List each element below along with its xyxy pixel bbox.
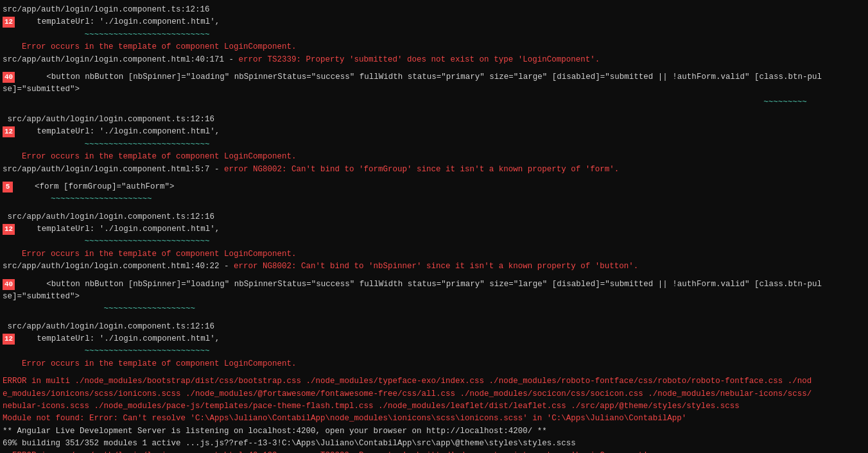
line-badge-1a: 40 bbox=[3, 72, 15, 83]
server-listening: ** Angular Live Development Server is li… bbox=[0, 425, 868, 438]
error-detail-2: src/app/auth/login/login.component.html:… bbox=[0, 164, 868, 176]
file-path-2: src/app/auth/login/login.component.ts:12… bbox=[0, 114, 868, 126]
file-path-3: src/app/auth/login/login.component.ts:12… bbox=[0, 211, 868, 223]
squiggle-4: ~~~~~~~~~~~~~~~~~~~~~~~~~~ bbox=[0, 345, 868, 357]
error-msg-4: Error occurs in the template of componen… bbox=[0, 358, 868, 370]
code-line-2: 12 templateUrl: './login.component.html'… bbox=[0, 126, 868, 138]
error-msg-3: Error occurs in the template of componen… bbox=[0, 248, 868, 261]
code-line-3: 12 templateUrl: './login.component.html'… bbox=[0, 223, 868, 235]
squiggle-2: ~~~~~~~~~~~~~~~~~~~~~~~~~~ bbox=[0, 139, 868, 151]
line-badge-4: 12 bbox=[3, 334, 15, 345]
module-not-found: Module not found: Error: Can't resolve '… bbox=[0, 413, 868, 425]
code-block-1b: se]="submitted"> bbox=[0, 83, 868, 96]
building-status: 69% building 351/352 modules 1 active ..… bbox=[0, 438, 868, 450]
multi-error-1: ERROR in multi ./node_modules/bootstrap/… bbox=[0, 375, 868, 388]
line-badge-3a: 40 bbox=[3, 279, 15, 290]
line-badge-1: 12 bbox=[3, 17, 15, 28]
squiggle-1: ~~~~~~~~~~~~~~~~~~~~~~~~~~ bbox=[0, 29, 868, 41]
code-block-3b: se]="submitted"> bbox=[0, 291, 868, 303]
file-path-4: src/app/auth/login/login.component.ts:12… bbox=[0, 321, 868, 333]
file-path-1: src/app/auth/login/login.component.ts:12… bbox=[0, 4, 868, 16]
error-msg-2: Error occurs in the template of componen… bbox=[0, 151, 868, 163]
terminal: src/app/auth/login/login.component.ts:12… bbox=[0, 0, 868, 453]
code-block-1a: 40 <button nbButton [nbSpinner]="loading… bbox=[0, 71, 868, 83]
line-badge-2a: 5 bbox=[3, 182, 13, 192]
code-line-4: 12 templateUrl: './login.component.html'… bbox=[0, 333, 868, 345]
multi-error-2: e_modules/ionicons/scss/ionicons.scss ./… bbox=[0, 388, 868, 400]
final-error: ERROR in src/app/auth/login/login.compon… bbox=[0, 450, 868, 453]
line-badge-2: 12 bbox=[3, 126, 15, 137]
squiggle-2b: ~~~~~~~~~~~~~~~~~~~~~ bbox=[0, 193, 868, 205]
line-badge-3: 12 bbox=[3, 224, 15, 235]
code-line-1: 12 templateUrl: './login.component.html'… bbox=[0, 16, 868, 28]
error-detail-3: src/app/auth/login/login.component.html:… bbox=[0, 261, 868, 273]
squiggle-3b: ~~~~~~~~~~~~~~~~~~~ bbox=[0, 303, 868, 315]
squiggle-3: ~~~~~~~~~~~~~~~~~~~~~~~~~~ bbox=[0, 235, 868, 248]
error-msg-1: Error occurs in the template of componen… bbox=[0, 41, 868, 53]
code-block-2a: 5 <form [formGroup]="authForm"> bbox=[0, 181, 868, 193]
error-detail-1: src/app/auth/login/login.component.html:… bbox=[0, 54, 868, 66]
code-block-3a: 40 <button nbButton [nbSpinner]="loading… bbox=[0, 278, 868, 291]
squiggle-1b: ~~~~~~~~~ bbox=[0, 96, 868, 108]
multi-error-3: nebular-icons.scss ./node_modules/pace-j… bbox=[0, 400, 868, 413]
